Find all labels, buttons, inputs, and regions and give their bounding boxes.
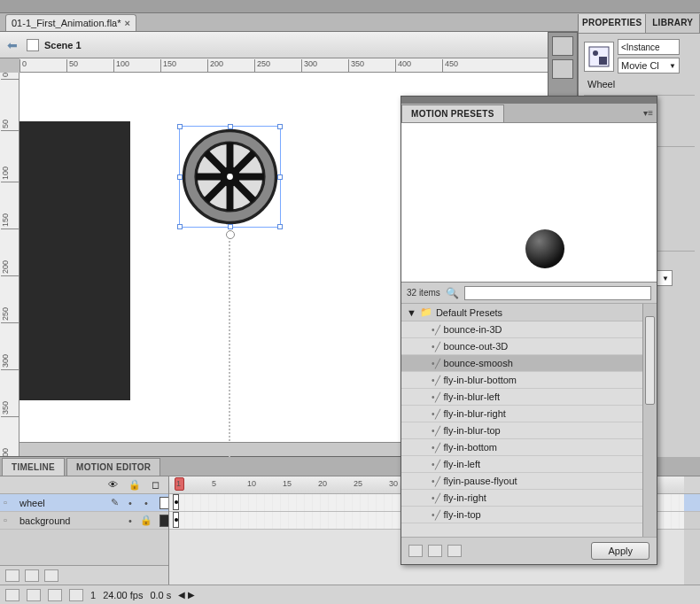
- preset-icon: •╱: [432, 510, 440, 520]
- preset-label: bounce-in-3D: [444, 324, 502, 335]
- preset-icon: •╱: [432, 426, 440, 436]
- vertical-ruler: 050100150200250300350400: [0, 73, 19, 456]
- eye-icon[interactable]: 👁: [108, 479, 118, 491]
- symbol-name: Wheel: [587, 79, 615, 89]
- preset-item[interactable]: •╱fly-in-bottom: [401, 439, 657, 456]
- layer-icon: ▫: [4, 515, 16, 527]
- preset-footer: Apply: [401, 538, 657, 564]
- lock-icon[interactable]: 🔒: [128, 479, 141, 491]
- preset-search-bar: 32 items 🔍: [401, 283, 657, 304]
- properties-tabs: PROPERTIES LIBRARY: [579, 14, 700, 34]
- preset-label: fly-in-top: [444, 509, 481, 520]
- motion-presets-tab[interactable]: MOTION PRESETS: [401, 105, 504, 122]
- preset-icon: •╱: [432, 460, 440, 469]
- preset-label: fly-in-blur-bottom: [444, 375, 517, 385]
- new-folder-button[interactable]: [428, 545, 442, 557]
- layer-name: background: [19, 515, 106, 526]
- preset-label: flyin-pause-flyout: [444, 476, 517, 486]
- visibility-toggle[interactable]: •: [122, 515, 138, 526]
- panel-grip[interactable]: [401, 97, 657, 104]
- svg-point-7: [227, 174, 233, 180]
- preset-scrollbar[interactable]: [642, 304, 657, 537]
- layer-name: wheel: [19, 498, 106, 508]
- instance-name-input[interactable]: [618, 39, 680, 55]
- preset-icon: •╱: [432, 325, 440, 335]
- wheel-symbol[interactable]: [180, 127, 280, 227]
- preset-label: fly-in-right: [444, 492, 486, 503]
- new-folder-button[interactable]: [25, 569, 39, 582]
- panel-menu-icon[interactable]: ▾≡: [643, 108, 653, 118]
- preset-search-input[interactable]: [464, 286, 651, 300]
- document-tab[interactable]: 01-1_First_Animation.fla* ×: [5, 14, 136, 31]
- instance-type-dropdown[interactable]: Movie Cl▼: [618, 58, 680, 74]
- tab-motion-editor[interactable]: MOTION EDITOR: [66, 458, 160, 476]
- preset-item[interactable]: •╱fly-in-left: [401, 456, 657, 473]
- delete-layer-button[interactable]: [44, 569, 58, 582]
- preset-icon: •╱: [432, 392, 440, 402]
- preset-item[interactable]: •╱fly-in-blur-bottom: [401, 372, 657, 389]
- tab-properties[interactable]: PROPERTIES: [579, 14, 646, 33]
- close-icon[interactable]: ×: [125, 18, 130, 28]
- preset-item[interactable]: •╱fly-in-blur-top: [401, 422, 657, 439]
- new-layer-button[interactable]: [5, 569, 19, 582]
- wheel-selection[interactable]: [179, 126, 281, 228]
- preset-item[interactable]: •╱flyin-pause-flyout: [401, 473, 657, 490]
- instance-type-icon: [584, 42, 614, 72]
- layer-footer: [0, 565, 168, 585]
- preset-item[interactable]: •╱fly-in-top: [401, 507, 657, 523]
- back-arrow-icon[interactable]: ⬅: [7, 38, 21, 52]
- scene-label: Scene 1: [44, 40, 82, 50]
- delete-preset-button[interactable]: [447, 545, 462, 557]
- binoculars-icon[interactable]: 🔍: [446, 287, 459, 299]
- tl-btn-4[interactable]: [69, 589, 83, 601]
- folder-icon: 📁: [420, 306, 432, 318]
- preset-icon: •╱: [432, 409, 440, 419]
- lock-toggle[interactable]: •: [138, 498, 154, 508]
- tl-btn-1[interactable]: [5, 589, 19, 601]
- preset-label: fly-in-blur-top: [444, 425, 501, 436]
- tab-timeline[interactable]: TIMELINE: [2, 458, 65, 476]
- fps-label: 24.00 fps: [103, 590, 143, 600]
- visibility-toggle[interactable]: •: [122, 498, 138, 508]
- preset-label: bounce-out-3D: [444, 341, 509, 352]
- preset-item[interactable]: •╱bounce-out-3D: [401, 338, 657, 355]
- swatches-panel-icon[interactable]: [552, 59, 573, 79]
- background-shape: [19, 121, 130, 400]
- preset-folder[interactable]: ▼ 📁 Default Presets: [401, 304, 657, 321]
- motion-presets-panel[interactable]: MOTION PRESETS ▾≡ 32 items 🔍 ▼ 📁 Default…: [401, 96, 657, 565]
- preview-ball: [525, 229, 564, 268]
- outline-icon[interactable]: ◻: [152, 479, 159, 491]
- preset-item[interactable]: •╱fly-in-blur-right: [401, 406, 657, 422]
- preset-icon: •╱: [432, 342, 440, 352]
- lock-toggle[interactable]: 🔒: [138, 515, 154, 526]
- layer-icon: ▫: [4, 497, 16, 509]
- svg-rect-10: [599, 57, 607, 65]
- tl-btn-2[interactable]: [27, 589, 41, 601]
- color-panel-icon[interactable]: [552, 36, 573, 56]
- rotate-handle[interactable]: [226, 230, 235, 239]
- preset-item[interactable]: •╱bounce-in-3D: [401, 321, 657, 338]
- preset-label: fly-in-blur-left: [444, 391, 501, 402]
- dock-icons: [548, 32, 578, 103]
- save-preset-button[interactable]: [408, 545, 423, 557]
- preset-tree[interactable]: ▼ 📁 Default Presets •╱bounce-in-3D•╱boun…: [401, 304, 657, 538]
- menu-bar: [0, 0, 700, 12]
- preset-label: fly-in-bottom: [444, 442, 498, 453]
- preset-icon: •╱: [432, 493, 440, 503]
- preset-label: fly-in-blur-right: [444, 408, 506, 419]
- document-tab-label: 01-1_First_Animation.fla*: [12, 18, 121, 28]
- time-label: 0.0 s: [150, 590, 171, 600]
- preset-item[interactable]: •╱bounce-smoosh: [401, 355, 657, 372]
- svg-point-9: [593, 50, 598, 56]
- folder-label: Default Presets: [436, 307, 502, 318]
- tl-btn-3[interactable]: [48, 589, 62, 601]
- chevron-down-icon: ▼: [407, 307, 416, 318]
- apply-button[interactable]: Apply: [591, 542, 649, 560]
- tab-library[interactable]: LIBRARY: [646, 14, 700, 33]
- preset-item[interactable]: •╱fly-in-blur-left: [401, 389, 657, 406]
- preset-preview: [401, 123, 657, 283]
- preset-item[interactable]: •╱fly-in-right: [401, 490, 657, 507]
- preset-icon: •╱: [432, 476, 440, 486]
- frame-num: 1: [90, 590, 96, 600]
- pencil-icon[interactable]: ✎: [106, 497, 122, 508]
